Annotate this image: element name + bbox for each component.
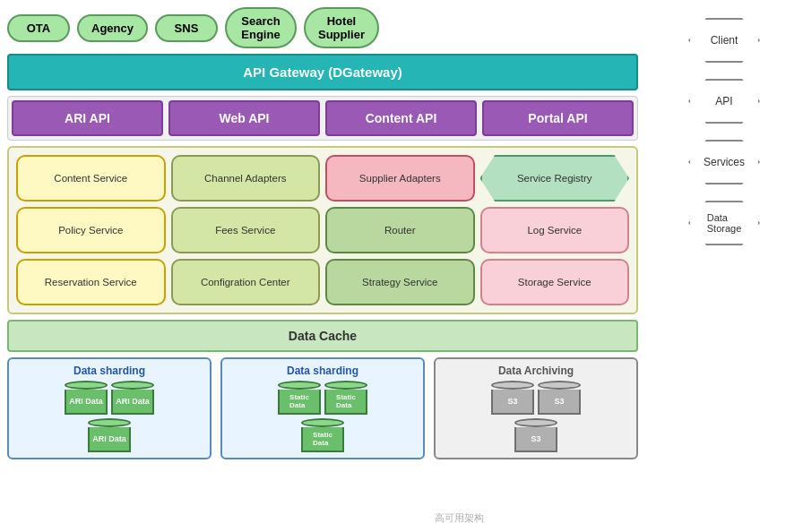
node-sns: SNS: [155, 14, 218, 42]
node-ota: OTA: [7, 14, 70, 42]
api-row: ARI API Web API Content API Portal API: [7, 96, 638, 141]
storage-service: Storage Service: [480, 259, 630, 305]
static-data-cyl-2: StaticData: [324, 381, 367, 415]
data-storage-row: Data sharding ARI Data ARI Data ARI Data: [7, 357, 638, 459]
legend-client: Client: [688, 18, 760, 63]
services-grid: Content Service Policy Service Reservati…: [7, 146, 638, 314]
data-sharding-1-cylinders: ARI Data ARI Data: [14, 381, 204, 415]
service-registry-wrap: Service Registry: [480, 155, 630, 202]
data-sharding-2-title: Data sharding: [228, 365, 418, 377]
static-data-cyl-3: StaticData: [301, 418, 344, 452]
left-section: OTA Agency SNS Search Engine Hotel Suppl…: [0, 0, 645, 532]
data-sharding-1: Data sharding ARI Data ARI Data ARI Data: [7, 357, 212, 459]
ari-data-cyl-2: ARI Data: [111, 381, 154, 415]
node-agency: Agency: [77, 14, 148, 42]
node-hotel-supplier: Hotel Supplier: [304, 7, 379, 48]
legend-services: Services: [688, 140, 760, 184]
top-row: OTA Agency SNS Search Engine Hotel Suppl…: [7, 7, 638, 48]
data-sharding-1-title: Data sharding: [14, 365, 204, 377]
service-registry: Service Registry: [480, 155, 630, 202]
data-archiving: Data Archiving S3 S3 S3: [434, 357, 638, 459]
data-sharding-2-bottom: StaticData: [228, 418, 418, 452]
ari-data-cyl-3: ARI Data: [88, 418, 131, 452]
legend-data-storage-shape: Data Storage: [688, 201, 760, 245]
api-gateway-bar: API Gateway (DGateway): [7, 54, 638, 90]
main-container: OTA Agency SNS Search Engine Hotel Suppl…: [0, 0, 803, 532]
web-api: Web API: [168, 100, 320, 136]
legend-api: API: [688, 79, 760, 124]
data-sharding-2-top: StaticData StaticData: [228, 381, 418, 415]
watermark: 高可用架构: [435, 511, 484, 525]
legend-services-shape: Services: [688, 140, 760, 184]
legend-api-shape: API: [688, 79, 760, 124]
policy-service: Policy Service: [16, 207, 166, 253]
data-archiving-top: S3 S3: [441, 381, 631, 415]
portal-api: Portal API: [482, 100, 634, 136]
right-legend: Client API Services Data Storage: [645, 0, 803, 532]
services-col-1: Content Service Policy Service Reservati…: [16, 155, 166, 305]
configration-center: Configration Center: [171, 259, 321, 305]
fees-service: Fees Service: [171, 207, 321, 253]
static-data-cyl-1: StaticData: [278, 381, 321, 415]
router: Router: [325, 207, 475, 253]
content-service: Content Service: [16, 155, 166, 202]
reservation-service: Reservation Service: [16, 259, 166, 305]
supplier-adapters: Supplier Adapters: [325, 155, 475, 202]
data-sharding-1-bottom: ARI Data: [14, 418, 204, 452]
services-col-2: Channel Adapters Fees Service Configrati…: [171, 155, 321, 305]
services-col-4: Service Registry Log Service Storage Ser…: [480, 155, 630, 305]
channel-adapters: Channel Adapters: [171, 155, 321, 202]
ari-api: ARI API: [12, 100, 163, 136]
services-col-3: Supplier Adapters Router Strategy Servic…: [325, 155, 475, 305]
node-search-engine: Search Engine: [225, 7, 297, 48]
data-sharding-2: Data sharding StaticData StaticData Stat…: [220, 357, 425, 459]
s3-cyl-1: S3: [491, 381, 534, 415]
data-archiving-bottom: S3: [441, 418, 631, 452]
s3-cyl-3: S3: [514, 418, 557, 452]
legend-client-shape: Client: [688, 18, 760, 63]
ari-data-cyl-1: ARI Data: [65, 381, 108, 415]
data-cache-bar: Data Cache: [7, 320, 638, 352]
content-api: Content API: [325, 100, 477, 136]
legend-data-storage: Data Storage: [688, 201, 760, 245]
strategy-service: Strategy Service: [325, 259, 475, 305]
s3-cyl-2: S3: [538, 381, 581, 415]
data-archiving-title: Data Archiving: [441, 365, 631, 377]
log-service: Log Service: [480, 207, 630, 253]
